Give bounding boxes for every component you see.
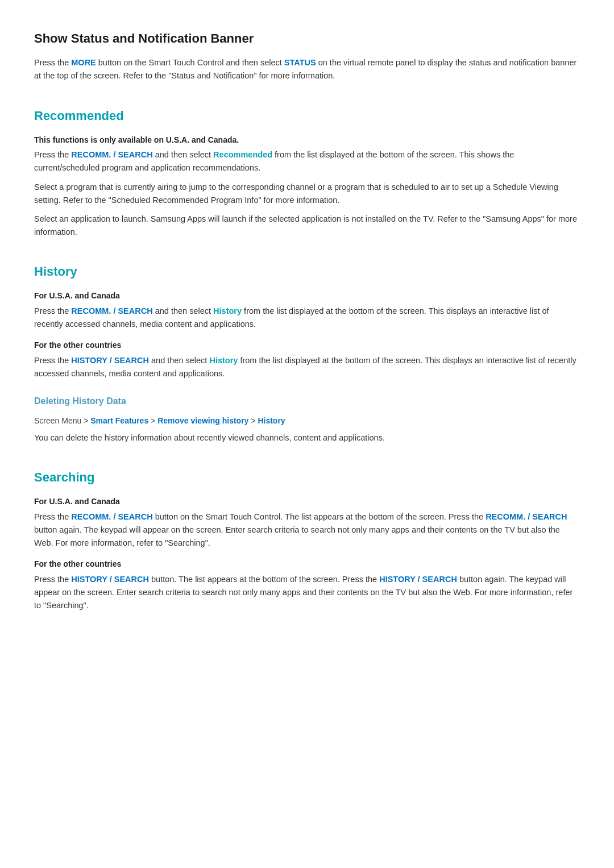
section-history: History For U.S.A. and Canada Press the … <box>34 261 580 380</box>
breadcrumb-arrow-1: > <box>148 416 157 425</box>
recomm-search-keyword-4: RECOMM. / SEARCH <box>486 512 567 521</box>
show-status-para: Press the MORE button on the Smart Touch… <box>34 56 580 82</box>
recommended-note: This functions is only available on U.S.… <box>34 134 580 146</box>
deleting-history-title: Deleting History Data <box>34 394 580 409</box>
recomm-search-keyword-2: RECOMM. / SEARCH <box>71 306 152 315</box>
section-recommended: Recommended This functions is only avail… <box>34 106 580 239</box>
history-search-keyword-3: HISTORY / SEARCH <box>379 575 457 584</box>
more-keyword: MORE <box>71 58 96 67</box>
history-other-label: For the other countries <box>34 339 580 351</box>
searching-other-para: Press the HISTORY / SEARCH button. The l… <box>34 573 580 613</box>
searching-title: Searching <box>34 467 580 487</box>
searching-usa-label: For U.S.A. and Canada <box>34 495 580 508</box>
breadcrumb-arrow-2: > <box>248 416 258 425</box>
breadcrumb: Screen Menu > Smart Features > Remove vi… <box>34 414 580 427</box>
history-search-keyword-1: HISTORY / SEARCH <box>71 356 149 365</box>
section-show-status: Show Status and Notification Banner Pres… <box>34 28 580 83</box>
section-deleting-history: Deleting History Data Screen Menu > Smar… <box>34 394 580 445</box>
searching-usa-para: Press the RECOMM. / SEARCH button on the… <box>34 510 580 550</box>
breadcrumb-history: History <box>258 416 285 425</box>
recomm-search-keyword-3: RECOMM. / SEARCH <box>71 512 152 521</box>
history-keyword-2: History <box>209 356 238 365</box>
recommended-keyword: Recommended <box>213 150 272 159</box>
recommended-title: Recommended <box>34 106 580 126</box>
history-usa-label: For U.S.A. and Canada <box>34 289 580 302</box>
section-searching: Searching For U.S.A. and Canada Press th… <box>34 467 580 612</box>
breadcrumb-remove-viewing-history: Remove viewing history <box>157 416 248 425</box>
history-search-keyword-2: HISTORY / SEARCH <box>71 575 149 584</box>
history-title: History <box>34 261 580 281</box>
breadcrumb-screen-menu: Screen Menu > <box>34 416 90 425</box>
history-usa-para: Press the RECOMM. / SEARCH and then sele… <box>34 305 580 331</box>
recommended-para-3: Select an application to launch. Samsung… <box>34 213 580 239</box>
recommended-para-2: Select a program that is currently airin… <box>34 181 580 207</box>
recomm-search-keyword-1: RECOMM. / SEARCH <box>71 150 152 159</box>
show-status-title: Show Status and Notification Banner <box>34 28 580 48</box>
deleting-history-para: You can delete the history information a… <box>34 431 580 445</box>
searching-other-label: For the other countries <box>34 558 580 570</box>
recommended-para-1: Press the RECOMM. / SEARCH and then sele… <box>34 148 580 175</box>
history-keyword-1: History <box>213 306 242 315</box>
history-other-para: Press the HISTORY / SEARCH and then sele… <box>34 354 580 380</box>
status-keyword: STATUS <box>284 58 316 67</box>
breadcrumb-smart-features: Smart Features <box>90 416 148 425</box>
